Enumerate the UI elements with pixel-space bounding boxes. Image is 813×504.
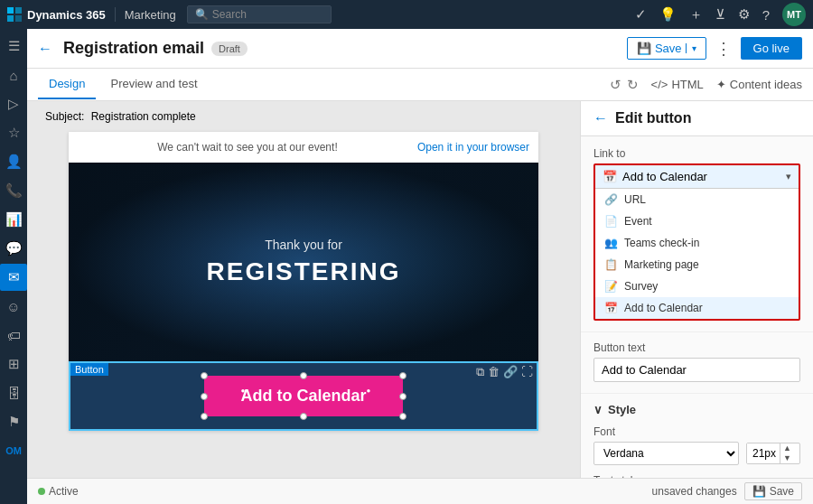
font-size-value[interactable] xyxy=(747,443,780,463)
right-panel: ← Edit button Link to 📅 Add to Calendar … xyxy=(580,101,813,478)
back-button[interactable]: ← xyxy=(38,41,52,57)
save-icon: 💾 xyxy=(637,42,651,55)
hero-subtitle: Thank you for xyxy=(207,238,401,252)
option-survey[interactable]: 📝 Survey xyxy=(595,275,799,297)
stepper-up[interactable]: ▲ xyxy=(780,443,794,453)
sidebar: ☰ ⌂ ▷ ☆ 👤 📞 📊 💬 ✉ ☺ 🏷 ⊞ 🗄 ⚑ OM xyxy=(0,29,27,504)
ideas-label: Content ideas xyxy=(730,78,802,91)
search-box[interactable]: 🔍 xyxy=(187,5,332,23)
expand-icon[interactable]: ⛶ xyxy=(521,365,533,379)
email-button-row[interactable]: Button ⧉ 🗑 🔗 ⛶ Add to Calendar xyxy=(69,361,538,431)
option-url[interactable]: 🔗 URL xyxy=(595,189,799,210)
email-preview[interactable]: Subject: Registration complete We can't … xyxy=(27,101,580,478)
sidebar-email-icon[interactable]: ✉ xyxy=(0,264,27,291)
sidebar-play-icon[interactable]: ▷ xyxy=(0,90,27,117)
search-input[interactable] xyxy=(212,8,323,21)
sidebar-home-icon[interactable]: ⌂ xyxy=(0,61,27,89)
selected-icon: 📅 xyxy=(603,170,617,183)
sidebar-phone-icon[interactable]: 📞 xyxy=(0,177,27,204)
sidebar-om-icon[interactable]: OM xyxy=(0,437,27,464)
panel-back-icon[interactable]: ← xyxy=(593,110,608,126)
dropdown-selected[interactable]: 📅 Add to Calendar ▾ xyxy=(595,165,799,189)
sidebar-star-icon[interactable]: ☆ xyxy=(0,119,27,146)
content-ideas-button[interactable]: ✦ Content ideas xyxy=(716,78,802,91)
status-save-button[interactable]: 💾 Save xyxy=(744,482,802,500)
font-size-input[interactable]: ▲ ▼ xyxy=(746,443,800,464)
email-hero-text: Thank you for REGISTERING xyxy=(207,238,401,286)
sidebar-group-icon[interactable]: ⊞ xyxy=(0,350,27,378)
link-to-section: Link to 📅 Add to Calendar ▾ 🔗 URL xyxy=(581,136,813,331)
unsaved-label: unsaved changes xyxy=(652,485,737,498)
resize-handle-bm[interactable] xyxy=(300,413,307,420)
button-text-input[interactable] xyxy=(593,358,800,382)
option-marketing-page[interactable]: 📋 Marketing page xyxy=(595,254,799,275)
stepper-down[interactable]: ▼ xyxy=(780,453,794,463)
status-save-icon: 💾 xyxy=(752,485,766,498)
link-to-dropdown[interactable]: 📅 Add to Calendar ▾ 🔗 URL 📄 Event xyxy=(593,163,800,321)
event-icon: 📄 xyxy=(604,215,617,228)
teams-icon: 👥 xyxy=(604,237,617,249)
svg-rect-2 xyxy=(7,15,14,22)
funnel-icon[interactable]: ⊻ xyxy=(715,6,725,23)
sidebar-comment-icon[interactable]: 💬 xyxy=(0,235,27,262)
brand-logo: Dynamics 365 xyxy=(7,7,116,22)
resize-handle-tr[interactable] xyxy=(399,372,406,379)
hero-title: REGISTERING xyxy=(207,257,401,286)
html-button[interactable]: </> HTML xyxy=(651,78,704,91)
undo-redo: ↺ ↻ xyxy=(610,77,639,93)
plus-icon[interactable]: ＋ xyxy=(689,6,703,23)
option-event[interactable]: 📄 Event xyxy=(595,210,799,232)
email-top-text: We can't wait to see you at our event! O… xyxy=(69,132,538,163)
status-active: Active xyxy=(38,485,79,498)
help-icon[interactable]: ? xyxy=(762,7,770,23)
search-icon: 🔍 xyxy=(195,8,209,21)
sidebar-tag-icon[interactable]: 🏷 xyxy=(0,322,27,349)
delete-icon[interactable]: 🗑 xyxy=(488,365,500,379)
resize-handle-tm[interactable] xyxy=(300,372,307,379)
sidebar-people-icon[interactable]: 👤 xyxy=(0,148,27,175)
resize-handle-ml[interactable] xyxy=(201,393,208,400)
option-add-to-calendar[interactable]: 📅 Add to Calendar xyxy=(595,297,799,319)
sidebar-smile-icon[interactable]: ☺ xyxy=(0,293,27,320)
redo-icon[interactable]: ↻ xyxy=(627,77,639,93)
option-teams-checkin[interactable]: 👥 Teams check-in xyxy=(595,232,799,254)
sidebar-menu-icon[interactable]: ☰ xyxy=(0,33,27,60)
module-name: Marketing xyxy=(116,8,176,22)
url-icon: 🔗 xyxy=(604,193,617,206)
open-in-browser-link[interactable]: Open it in your browser xyxy=(417,141,529,154)
option-survey-label: Survey xyxy=(624,280,658,293)
save-button[interactable]: 💾 Save ▾ xyxy=(627,37,706,60)
code-icon: </> xyxy=(651,78,668,91)
tab-bar: Design Preview and test ↺ ↻ </> HTML ✦ C… xyxy=(27,69,813,101)
avatar[interactable]: MT xyxy=(782,3,806,26)
tab-design[interactable]: Design xyxy=(38,70,96,99)
copy-icon[interactable]: ⧉ xyxy=(476,365,484,379)
button-toolbar: ⧉ 🗑 🔗 ⛶ xyxy=(476,365,533,379)
more-options-button[interactable]: ⋮ xyxy=(712,37,735,61)
sidebar-chart-icon[interactable]: 📊 xyxy=(0,206,27,233)
save-caret[interactable]: ▾ xyxy=(686,43,696,53)
checkmark-icon[interactable]: ✓ xyxy=(635,6,647,23)
status-label: Active xyxy=(49,485,79,498)
resize-handle-br[interactable] xyxy=(399,413,406,420)
font-select[interactable]: Verdana xyxy=(593,442,739,465)
cta-button[interactable]: Add to Calendar xyxy=(204,376,402,416)
link-icon[interactable]: 🔗 xyxy=(503,365,518,379)
calendar-icon: 📅 xyxy=(604,302,617,314)
style-header[interactable]: ∨ Style xyxy=(593,403,800,416)
resize-handle-bl[interactable] xyxy=(201,413,208,420)
sidebar-database-icon[interactable]: 🗄 xyxy=(0,379,27,406)
lightbulb-icon[interactable]: 💡 xyxy=(659,6,677,23)
sidebar-flag-icon[interactable]: ⚑ xyxy=(0,408,27,435)
style-label: Style xyxy=(608,403,636,416)
svg-rect-1 xyxy=(15,7,22,14)
go-live-button[interactable]: Go live xyxy=(741,37,802,60)
tab-preview[interactable]: Preview and test xyxy=(99,70,208,99)
settings-icon[interactable]: ⚙ xyxy=(738,6,750,23)
survey-icon: 📝 xyxy=(604,280,617,293)
header-actions: 💾 Save ▾ ⋮ Go live xyxy=(627,37,802,61)
undo-icon[interactable]: ↺ xyxy=(610,77,621,93)
resize-handle-mr[interactable] xyxy=(399,393,406,400)
save-label: Save xyxy=(655,42,682,55)
font-row: Verdana ▲ ▼ xyxy=(593,442,800,465)
